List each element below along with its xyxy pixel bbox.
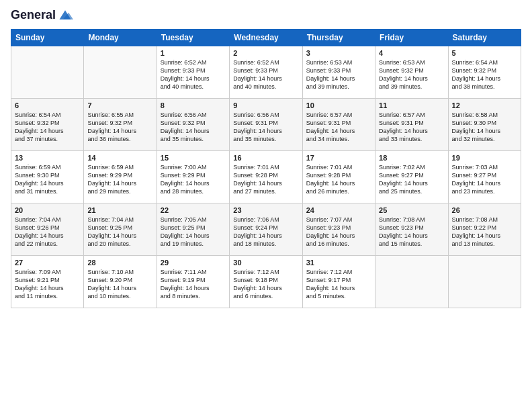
- calendar-cell: 24Sunrise: 7:07 AM Sunset: 9:23 PM Dayli…: [302, 203, 375, 256]
- calendar-cell: 29Sunrise: 7:11 AM Sunset: 9:19 PM Dayli…: [157, 256, 229, 308]
- calendar-cell: 19Sunrise: 7:03 AM Sunset: 9:27 PM Dayli…: [448, 151, 521, 203]
- calendar-cell: [448, 256, 521, 308]
- day-number: 29: [161, 259, 226, 267]
- week-row-4: 20Sunrise: 7:04 AM Sunset: 9:26 PM Dayli…: [11, 203, 521, 256]
- calendar-cell: 9Sunrise: 6:56 AM Sunset: 9:31 PM Daylig…: [230, 99, 302, 151]
- calendar-cell: 8Sunrise: 6:56 AM Sunset: 9:32 PM Daylig…: [157, 99, 229, 151]
- day-number: 18: [379, 154, 444, 162]
- day-info: Sunrise: 6:53 AM Sunset: 9:33 PM Dayligh…: [306, 58, 371, 91]
- calendar-cell: [375, 256, 448, 308]
- weekday-header-tuesday: Tuesday: [157, 30, 229, 46]
- calendar-cell: 20Sunrise: 7:04 AM Sunset: 9:26 PM Dayli…: [11, 203, 84, 256]
- logo-general: General: [11, 8, 56, 22]
- day-info: Sunrise: 7:02 AM Sunset: 9:27 PM Dayligh…: [379, 163, 444, 196]
- day-info: Sunrise: 7:03 AM Sunset: 9:27 PM Dayligh…: [452, 163, 517, 196]
- calendar-page: General SundayMondayTuesdayWednesdayThur…: [0, 0, 532, 411]
- calendar-cell: 4Sunrise: 6:53 AM Sunset: 9:32 PM Daylig…: [375, 46, 448, 99]
- day-info: Sunrise: 6:55 AM Sunset: 9:32 PM Dayligh…: [87, 111, 152, 144]
- day-info: Sunrise: 7:07 AM Sunset: 9:23 PM Dayligh…: [306, 216, 371, 248]
- day-number: 14: [87, 154, 152, 162]
- day-number: 28: [87, 259, 152, 267]
- calendar-cell: 17Sunrise: 7:01 AM Sunset: 9:28 PM Dayli…: [302, 151, 375, 203]
- day-number: 16: [233, 154, 298, 162]
- day-info: Sunrise: 7:08 AM Sunset: 9:22 PM Dayligh…: [452, 216, 517, 248]
- calendar-cell: 22Sunrise: 7:05 AM Sunset: 9:25 PM Dayli…: [157, 203, 229, 256]
- calendar-cell: 3Sunrise: 6:53 AM Sunset: 9:33 PM Daylig…: [302, 46, 375, 99]
- weekday-header-sunday: Sunday: [11, 30, 84, 46]
- day-number: 31: [306, 259, 371, 267]
- calendar-cell: 6Sunrise: 6:54 AM Sunset: 9:32 PM Daylig…: [11, 99, 84, 151]
- day-number: 22: [161, 206, 226, 214]
- day-info: Sunrise: 7:01 AM Sunset: 9:28 PM Dayligh…: [306, 163, 371, 196]
- day-info: Sunrise: 7:04 AM Sunset: 9:26 PM Dayligh…: [15, 216, 80, 248]
- calendar-cell: 21Sunrise: 7:04 AM Sunset: 9:25 PM Dayli…: [84, 203, 157, 256]
- week-row-5: 27Sunrise: 7:09 AM Sunset: 9:21 PM Dayli…: [11, 256, 521, 308]
- day-number: 12: [452, 101, 517, 109]
- calendar-cell: 15Sunrise: 7:00 AM Sunset: 9:29 PM Dayli…: [157, 151, 229, 203]
- calendar-cell: 12Sunrise: 6:58 AM Sunset: 9:30 PM Dayli…: [448, 99, 521, 151]
- day-number: 1: [161, 49, 226, 57]
- logo-icon: [57, 9, 73, 22]
- day-info: Sunrise: 6:54 AM Sunset: 9:32 PM Dayligh…: [15, 111, 80, 144]
- day-number: 11: [379, 101, 444, 109]
- day-info: Sunrise: 7:00 AM Sunset: 9:29 PM Dayligh…: [161, 163, 226, 196]
- day-number: 5: [452, 49, 517, 57]
- day-number: 21: [87, 206, 152, 214]
- day-number: 27: [15, 259, 80, 267]
- day-number: 26: [452, 206, 517, 214]
- day-info: Sunrise: 7:01 AM Sunset: 9:28 PM Dayligh…: [233, 163, 298, 196]
- day-number: 10: [306, 101, 371, 109]
- day-info: Sunrise: 6:52 AM Sunset: 9:33 PM Dayligh…: [233, 58, 298, 91]
- calendar-cell: 25Sunrise: 7:08 AM Sunset: 9:23 PM Dayli…: [375, 203, 448, 256]
- calendar-cell: [11, 46, 84, 99]
- day-number: 13: [15, 154, 80, 162]
- week-row-3: 13Sunrise: 6:59 AM Sunset: 9:30 PM Dayli…: [11, 151, 521, 203]
- day-number: 19: [452, 154, 517, 162]
- logo: General: [11, 8, 73, 22]
- weekday-header-saturday: Saturday: [448, 30, 521, 46]
- day-info: Sunrise: 7:10 AM Sunset: 9:20 PM Dayligh…: [87, 268, 152, 301]
- day-number: 24: [306, 206, 371, 214]
- day-info: Sunrise: 7:04 AM Sunset: 9:25 PM Dayligh…: [87, 216, 152, 248]
- calendar-cell: 31Sunrise: 7:12 AM Sunset: 9:17 PM Dayli…: [302, 256, 375, 308]
- header: General: [11, 8, 521, 22]
- day-info: Sunrise: 6:56 AM Sunset: 9:32 PM Dayligh…: [161, 111, 226, 144]
- day-number: 2: [233, 49, 298, 57]
- calendar-cell: 18Sunrise: 7:02 AM Sunset: 9:27 PM Dayli…: [375, 151, 448, 203]
- calendar-cell: 16Sunrise: 7:01 AM Sunset: 9:28 PM Dayli…: [230, 151, 302, 203]
- day-info: Sunrise: 7:09 AM Sunset: 9:21 PM Dayligh…: [15, 268, 80, 301]
- day-info: Sunrise: 6:54 AM Sunset: 9:32 PM Dayligh…: [452, 58, 517, 91]
- day-number: 7: [87, 101, 152, 109]
- calendar-cell: 14Sunrise: 6:59 AM Sunset: 9:29 PM Dayli…: [84, 151, 157, 203]
- day-info: Sunrise: 6:59 AM Sunset: 9:29 PM Dayligh…: [87, 163, 152, 196]
- day-number: 30: [233, 259, 298, 267]
- day-number: 15: [161, 154, 226, 162]
- day-number: 25: [379, 206, 444, 214]
- day-info: Sunrise: 7:11 AM Sunset: 9:19 PM Dayligh…: [161, 268, 226, 301]
- calendar-cell: 7Sunrise: 6:55 AM Sunset: 9:32 PM Daylig…: [84, 99, 157, 151]
- day-number: 17: [306, 154, 371, 162]
- day-info: Sunrise: 6:58 AM Sunset: 9:30 PM Dayligh…: [452, 111, 517, 144]
- day-info: Sunrise: 7:05 AM Sunset: 9:25 PM Dayligh…: [161, 216, 226, 248]
- weekday-header-friday: Friday: [375, 30, 448, 46]
- calendar-cell: 30Sunrise: 7:12 AM Sunset: 9:18 PM Dayli…: [230, 256, 302, 308]
- day-number: 8: [161, 101, 226, 109]
- day-number: 4: [379, 49, 444, 57]
- day-info: Sunrise: 7:12 AM Sunset: 9:18 PM Dayligh…: [233, 268, 298, 301]
- day-number: 3: [306, 49, 371, 57]
- weekday-header-monday: Monday: [84, 30, 157, 46]
- day-info: Sunrise: 7:12 AM Sunset: 9:17 PM Dayligh…: [306, 268, 371, 301]
- day-number: 6: [15, 101, 80, 109]
- weekday-header-wednesday: Wednesday: [230, 30, 302, 46]
- day-number: 23: [233, 206, 298, 214]
- day-info: Sunrise: 6:56 AM Sunset: 9:31 PM Dayligh…: [233, 111, 298, 144]
- calendar-cell: 26Sunrise: 7:08 AM Sunset: 9:22 PM Dayli…: [448, 203, 521, 256]
- day-info: Sunrise: 7:08 AM Sunset: 9:23 PM Dayligh…: [379, 216, 444, 248]
- calendar-cell: 27Sunrise: 7:09 AM Sunset: 9:21 PM Dayli…: [11, 256, 84, 308]
- week-row-1: 1Sunrise: 6:52 AM Sunset: 9:33 PM Daylig…: [11, 46, 521, 99]
- weekday-header-row: SundayMondayTuesdayWednesdayThursdayFrid…: [11, 30, 521, 46]
- day-info: Sunrise: 6:57 AM Sunset: 9:31 PM Dayligh…: [306, 111, 371, 144]
- calendar-cell: 23Sunrise: 7:06 AM Sunset: 9:24 PM Dayli…: [230, 203, 302, 256]
- calendar-cell: 13Sunrise: 6:59 AM Sunset: 9:30 PM Dayli…: [11, 151, 84, 203]
- weekday-header-thursday: Thursday: [302, 30, 375, 46]
